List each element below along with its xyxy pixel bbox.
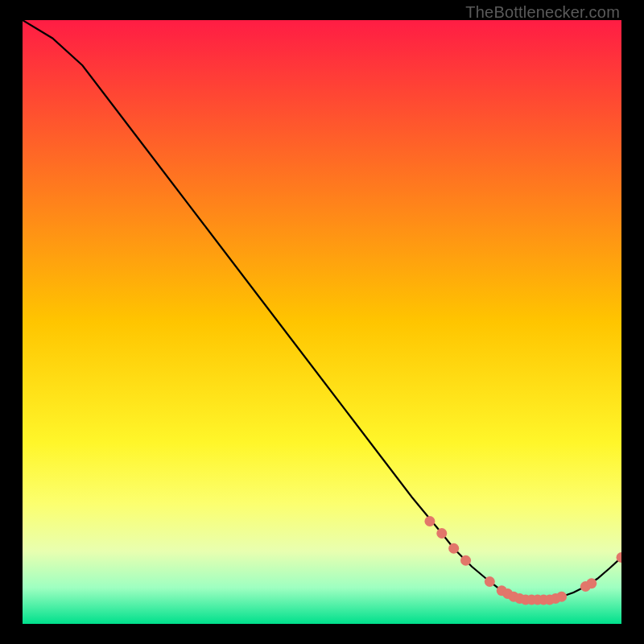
data-marker [460, 555, 471, 566]
data-marker [556, 592, 567, 602]
data-marker [424, 516, 435, 526]
data-marker [485, 576, 495, 587]
data-marker [448, 543, 459, 554]
chart-background [23, 20, 621, 624]
watermark-text: TheBottlenecker.com [465, 3, 620, 22]
data-marker [586, 578, 597, 588]
data-marker [436, 528, 447, 539]
chart-frame: TheBottlenecker.com [0, 0, 644, 644]
bottleneck-chart [23, 20, 621, 624]
